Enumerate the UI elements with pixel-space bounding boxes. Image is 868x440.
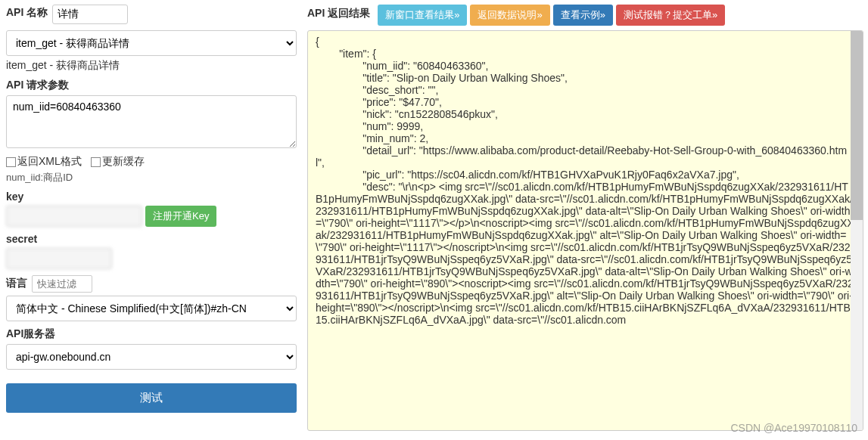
report-error-button[interactable]: 测试报错？提交工单»	[616, 5, 725, 26]
lang-select[interactable]: 简体中文 - Chinese Simplified(中文[简体])#zh-CN	[6, 296, 297, 321]
example-button[interactable]: 查看示例»	[553, 5, 613, 26]
new-window-button[interactable]: 新窗口查看结果»	[378, 5, 467, 26]
checkbox-icon	[91, 157, 101, 167]
param-help: num_iid:商品ID	[6, 171, 297, 184]
result-label: API 返回结果	[307, 7, 370, 20]
api-method-echo: item_get - 获得商品详情	[6, 59, 297, 73]
lang-filter-input[interactable]	[32, 275, 92, 293]
checkbox-refresh[interactable]: 更新缓存	[91, 155, 145, 169]
right-panel: API 返回结果 新窗口查看结果» 返回数据说明» 查看示例» 测试报错？提交工…	[303, 0, 868, 435]
checkbox-xml-label: 返回XML格式	[17, 155, 82, 169]
api-method-select[interactable]: item_get - 获得商品详情	[6, 30, 297, 56]
checkbox-xml[interactable]: 返回XML格式	[6, 155, 82, 169]
server-label: API服务器	[6, 327, 55, 341]
secret-label: secret	[6, 233, 37, 245]
key-label: key	[6, 191, 23, 203]
result-json[interactable]: { "item": { "num_iid": "60840463360", "t…	[316, 36, 855, 326]
register-key-button[interactable]: 注册开通Key	[145, 206, 216, 227]
left-panel: API 名称 item_get - 获得商品详情 item_get - 获得商品…	[0, 0, 303, 435]
api-name-label: API 名称	[6, 6, 48, 20]
scrollbar-thumb[interactable]	[851, 31, 863, 220]
server-select[interactable]: api-gw.onebound.cn	[6, 344, 297, 370]
data-desc-button[interactable]: 返回数据说明»	[470, 5, 549, 26]
checkbox-refresh-label: 更新缓存	[102, 155, 145, 169]
req-params-label: API 请求参数	[6, 79, 69, 92]
scrollbar-vertical[interactable]	[851, 31, 863, 430]
api-name-input[interactable]	[52, 5, 128, 24]
lang-label: 语言	[6, 277, 27, 290]
secret-input[interactable]	[6, 248, 112, 269]
watermark: CSDN @Ace19970108110	[730, 422, 857, 434]
req-params-textarea[interactable]: num_iid=60840463360	[6, 95, 297, 148]
checkbox-icon	[6, 157, 16, 167]
key-input[interactable]	[6, 206, 142, 227]
result-box: { "item": { "num_iid": "60840463360", "t…	[307, 30, 863, 431]
test-button[interactable]: 测试	[6, 383, 297, 413]
